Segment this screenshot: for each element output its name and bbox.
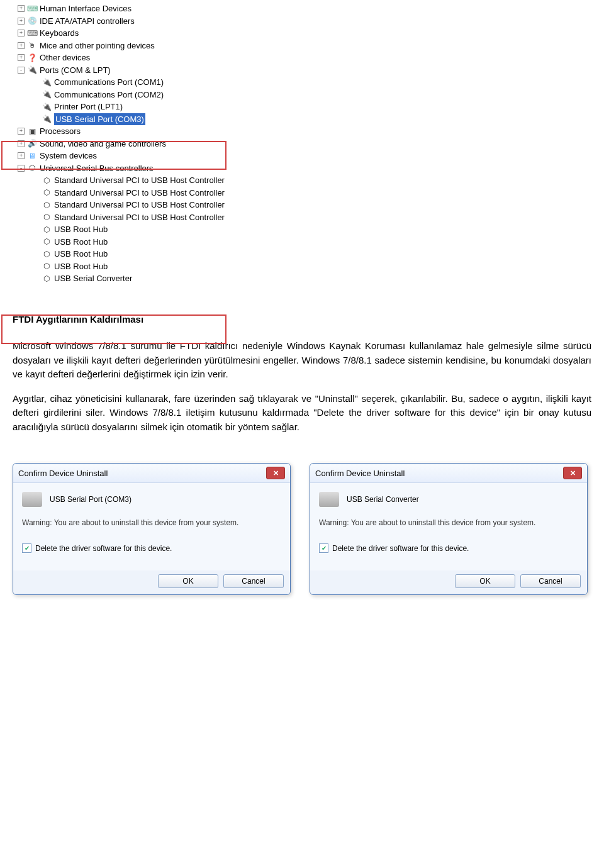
device-category-icon: 🔊 xyxy=(27,138,37,148)
tree-item[interactable]: +💿IDE ATA/ATAPI controllers xyxy=(5,15,599,28)
device-category-icon: ⬡ xyxy=(27,163,37,173)
close-icon[interactable]: ✕ xyxy=(563,467,582,479)
device-category-icon: 🔌 xyxy=(42,77,52,87)
expand-icon[interactable]: + xyxy=(18,42,25,49)
device-category-icon: ⬡ xyxy=(42,236,52,247)
tree-item[interactable]: ⬡Standard Universal PCI to USB Host Cont… xyxy=(5,174,599,187)
tree-item[interactable]: +⌨Keyboards xyxy=(5,27,599,40)
article-p2: Aygıtlar, cihaz yöneticisini kullanarak,… xyxy=(13,392,591,435)
tree-item[interactable]: ⬡USB Root Hub xyxy=(5,223,599,236)
tree-item[interactable]: ⬡Standard Universal PCI to USB Host Cont… xyxy=(5,199,599,211)
article-body: FTDI Aygıtlarının Kaldırılması Microsoft… xyxy=(0,287,604,457)
device-category-icon: ⌨ xyxy=(27,28,37,38)
tree-item-label: Standard Universal PCI to USB Host Contr… xyxy=(54,174,225,187)
tree-item[interactable]: 🔌Printer Port (LPT1) xyxy=(5,101,599,113)
tree-item-label: Printer Port (LPT1) xyxy=(54,101,123,113)
device-category-icon: ❓ xyxy=(27,53,37,63)
checkbox-label: Delete the driver software for this devi… xyxy=(35,544,172,553)
tree-item[interactable]: +▣Processors xyxy=(5,125,599,138)
expand-icon[interactable]: + xyxy=(18,128,25,135)
ok-button[interactable]: OK xyxy=(455,574,515,588)
dialogs-row: Confirm Device Uninstall ✕ USB Serial Po… xyxy=(0,457,604,601)
tree-item-label: USB Serial Converter xyxy=(54,272,132,285)
expand-icon[interactable]: + xyxy=(18,152,25,159)
tree-item[interactable]: +🖥System devices xyxy=(5,150,599,162)
tree-item[interactable]: +🔊Sound, video and game controllers xyxy=(5,138,599,150)
tree-item-label: Standard Universal PCI to USB Host Contr… xyxy=(54,211,225,224)
tree-item-label: Standard Universal PCI to USB Host Contr… xyxy=(54,187,225,199)
expand-icon[interactable]: + xyxy=(18,30,25,36)
collapse-icon[interactable]: - xyxy=(18,165,25,172)
device-manager-tree: +⌨Human Interface Devices+💿IDE ATA/ATAPI… xyxy=(0,0,604,287)
tree-item-label: Processors xyxy=(40,125,81,138)
device-name: USB Serial Port (COM3) xyxy=(50,495,131,504)
tree-item-label: Mice and other pointing devices xyxy=(40,40,155,52)
tree-item[interactable]: -🔌Ports (COM & LPT) xyxy=(5,64,599,77)
tree-item-label: Communications Port (COM1) xyxy=(54,76,164,89)
device-icon xyxy=(22,492,42,507)
device-name: USB Serial Converter xyxy=(347,495,419,504)
device-category-icon: 🔌 xyxy=(42,89,52,99)
device-category-icon: ⬡ xyxy=(42,274,52,284)
tree-item-label: Ports (COM & LPT) xyxy=(40,64,111,77)
tree-item[interactable]: ⬡Standard Universal PCI to USB Host Cont… xyxy=(5,211,599,224)
collapse-icon[interactable]: - xyxy=(18,67,25,74)
expand-icon[interactable]: + xyxy=(18,140,25,147)
tree-item[interactable]: +⌨Human Interface Devices xyxy=(5,3,599,15)
dialog-body: USB Serial Port (COM3) Warning: You are … xyxy=(13,483,290,570)
device-category-icon: ⬡ xyxy=(42,175,52,186)
tree-item[interactable]: 🔌Communications Port (COM1) xyxy=(5,76,599,89)
ok-button[interactable]: OK xyxy=(158,574,218,588)
tree-item[interactable]: +❓Other devices xyxy=(5,52,599,64)
warning-text: Warning: You are about to uninstall this… xyxy=(22,518,281,527)
device-category-icon: ⌨ xyxy=(27,4,37,14)
expand-icon[interactable]: + xyxy=(18,5,25,12)
tree-item[interactable]: ⬡USB Serial Converter xyxy=(5,272,599,285)
tree-item-label: IDE ATA/ATAPI controllers xyxy=(40,15,135,28)
expand-icon[interactable]: + xyxy=(18,54,25,61)
device-category-icon: ⬡ xyxy=(42,261,52,271)
tree-item[interactable]: ⬡USB Root Hub xyxy=(5,248,599,260)
dialog-titlebar: Confirm Device Uninstall ✕ xyxy=(13,464,290,483)
tree-item-label: Keyboards xyxy=(40,27,79,40)
device-category-icon: ⬡ xyxy=(42,249,52,259)
tree-item[interactable]: +🖱Mice and other pointing devices xyxy=(5,40,599,52)
article-heading: FTDI Aygıtlarının Kaldırılması xyxy=(13,313,591,327)
device-category-icon: 🔌 xyxy=(27,65,37,75)
cancel-button[interactable]: Cancel xyxy=(223,574,284,588)
close-icon[interactable]: ✕ xyxy=(266,467,285,479)
cancel-button[interactable]: Cancel xyxy=(520,574,581,588)
device-category-icon: 🔌 xyxy=(42,114,52,124)
delete-driver-checkbox[interactable]: ✔ xyxy=(22,543,31,553)
tree-item[interactable]: -⬡Universal Serial Bus controllers xyxy=(5,162,599,175)
tree-item-label: Communications Port (COM2) xyxy=(54,89,164,101)
tree-item-label: Universal Serial Bus controllers xyxy=(40,162,154,175)
tree-item[interactable]: 🔌Communications Port (COM2) xyxy=(5,89,599,101)
tree-item-label: USB Root Hub xyxy=(54,260,108,273)
tree-item-label: Human Interface Devices xyxy=(40,3,131,15)
device-category-icon: ⬡ xyxy=(42,225,52,235)
device-category-icon: ⬡ xyxy=(42,187,52,198)
tree-item[interactable]: ⬡USB Root Hub xyxy=(5,260,599,273)
article-p1: Microsoft Windows 7/8/8.1 sürümü ile FTD… xyxy=(13,339,591,382)
tree-item[interactable]: ⬡USB Root Hub xyxy=(5,236,599,248)
device-category-icon: 💿 xyxy=(27,16,37,26)
tree-item[interactable]: 🔌USB Serial Port (COM3) xyxy=(5,113,599,126)
expand-icon[interactable]: + xyxy=(18,18,25,25)
delete-driver-checkbox[interactable]: ✔ xyxy=(319,543,328,553)
tree-item-label: Standard Universal PCI to USB Host Contr… xyxy=(54,199,225,211)
tree-item-label: USB Root Hub xyxy=(54,223,108,236)
tree-item-label: USB Root Hub xyxy=(54,248,108,260)
dialog-uninstall-converter: Confirm Device Uninstall ✕ USB Serial Co… xyxy=(310,463,588,595)
device-category-icon: 🖱 xyxy=(27,40,37,50)
device-category-icon: 🖥 xyxy=(27,151,37,161)
device-category-icon: ⬡ xyxy=(42,212,52,222)
dialog-uninstall-com3: Confirm Device Uninstall ✕ USB Serial Po… xyxy=(13,463,291,595)
warning-text: Warning: You are about to uninstall this… xyxy=(319,518,578,527)
dialog-title-text: Confirm Device Uninstall xyxy=(18,469,108,478)
tree-item[interactable]: ⬡Standard Universal PCI to USB Host Cont… xyxy=(5,187,599,199)
tree-item-label: USB Root Hub xyxy=(54,236,108,248)
dialog-body: USB Serial Converter Warning: You are ab… xyxy=(310,483,587,570)
checkbox-label: Delete the driver software for this devi… xyxy=(332,544,469,553)
tree-item-label: USB Serial Port (COM3) xyxy=(54,113,145,126)
